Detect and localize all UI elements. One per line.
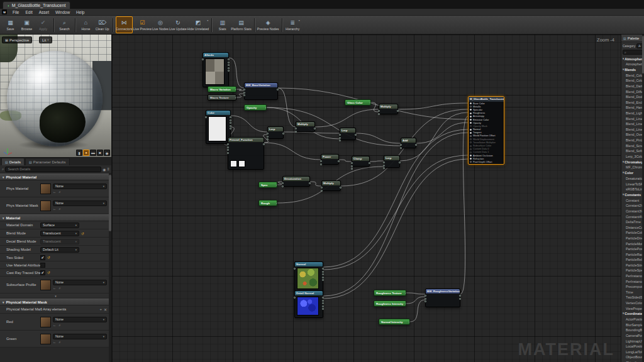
search-button[interactable]: ⌕Search: [57, 16, 72, 33]
asset-thumbnail[interactable]: [40, 200, 51, 211]
plane-shape-button[interactable]: ▬: [90, 150, 96, 156]
palette-item-particlepositionws[interactable]: ParticlePositionWS: [621, 246, 644, 252]
palette-item-lineartosrgb[interactable]: LinearToSRGB: [621, 181, 644, 187]
stats-button[interactable]: ▥Stats: [214, 16, 230, 33]
asset-select[interactable]: None▾: [53, 280, 107, 285]
palette-item-blend-pinlight[interactable]: Blend_PinLight: [621, 138, 644, 143]
live-update-button[interactable]: ↻Live Update: [169, 16, 187, 33]
mesh-shape-button[interactable]: ◆: [104, 150, 110, 156]
power-1-node[interactable]: Power: [321, 154, 339, 165]
opacity-node[interactable]: Opacity: [244, 104, 267, 111]
reset-to-default-icon[interactable]: ↺: [81, 231, 84, 236]
palette-category-blends[interactable]: ▾Blends: [621, 67, 644, 73]
use-selected-icon[interactable]: ←: [53, 323, 57, 327]
palette-item-precomputedaomask[interactable]: PrecomputedAOMask: [621, 284, 644, 290]
palette-item-desaturation[interactable]: Desaturation: [621, 176, 644, 182]
view-options-icon[interactable]: ≡: [107, 167, 109, 171]
add-element-icon[interactable]: +: [99, 307, 102, 311]
palette-item-lightmapuvs[interactable]: LightmapUVs: [621, 338, 644, 344]
document-tab[interactable]: ◐ M_GlassBottle_Translucent: [3, 1, 70, 9]
dropdown-shading-model[interactable]: Default Lit▾: [40, 247, 79, 253]
section-header-physical-material[interactable]: ▾Physical Material: [0, 173, 111, 180]
palette-item-particleradius[interactable]: ParticleRadius: [621, 251, 644, 257]
palette-item-blend-hardlight[interactable]: Blend_HardLight: [621, 105, 644, 111]
palette-item-actorpositionws[interactable]: ActorPositionWS: [621, 317, 644, 322]
eye-icon[interactable]: ◉: [103, 167, 106, 172]
tab-parameter-defaults[interactable]: ▤Parameter Defaults: [25, 158, 69, 165]
preview-nodes-button[interactable]: ◈Preview Nodes: [257, 16, 279, 33]
lit-mode-button[interactable]: Lit ▾: [39, 36, 52, 43]
bw-roughnessvariation-node[interactable]: BW_RoughnessVariation: [425, 288, 460, 307]
checkbox-two-sided[interactable]: ✔: [40, 255, 45, 260]
palette-item-blend-dodge[interactable]: Blend_Dodge: [621, 94, 644, 100]
tab-details[interactable]: ▤Details: [1, 158, 25, 165]
connectors-button[interactable]: ⋈Connectors: [116, 16, 133, 33]
use-selected-icon[interactable]: ←: [53, 286, 57, 290]
palette-item-time[interactable]: Time: [621, 290, 644, 295]
asset-select[interactable]: None▾: [53, 317, 107, 322]
dropdown-blend-mode[interactable]: Translucent▾: [40, 231, 79, 236]
clamp-1-node[interactable]: Clamp: [352, 156, 370, 167]
palette-item-objectbounds[interactable]: ObjectBounds: [621, 354, 644, 360]
add-1-node[interactable]: Add: [401, 138, 416, 148]
palette-item-blend-difference[interactable]: Blend_Difference: [621, 89, 644, 94]
material-output-node[interactable]: M_GlassBottle_TranslucentBase ColorMetal…: [468, 96, 504, 165]
dropdown-material-domain[interactable]: Surface▾: [40, 222, 79, 228]
palette-item-mf-chromakey[interactable]: MF_Chromakey: [621, 165, 644, 170]
hide-unrelated-button[interactable]: ◩Hide Unrelated▾: [187, 16, 209, 33]
palette-item-blend-softlight[interactable]: Blend_SoftLight: [621, 148, 644, 154]
asset-thumbnail[interactable]: [40, 280, 51, 290]
palette-item-blend-screen[interactable]: Blend_Screen: [621, 143, 644, 148]
palette-item-perinstancefadeamount[interactable]: PerInstanceFadeAmount: [621, 273, 644, 279]
glass-color-node[interactable]: Glass Color: [345, 99, 371, 106]
palette-item-atmosphericfogcolor[interactable]: AtmosphericFogColor: [621, 62, 644, 67]
browse-button[interactable]: ▣Browse: [19, 16, 35, 33]
palette-item-blend-colorburn[interactable]: Blend_ColorBurn: [621, 73, 644, 79]
reset-to-default-icon[interactable]: ↺: [47, 270, 50, 275]
desaturation-node[interactable]: Desaturation: [282, 176, 310, 187]
palette-item-blend-linearburn[interactable]: Blend_LinearBurn: [621, 116, 644, 121]
fresnel-function-node[interactable]: Fresnel_Function: [228, 137, 264, 170]
palette-item-longlattouv[interactable]: LongLatToUV: [621, 349, 644, 355]
material-input-pin-pixel-depth-offset[interactable]: Pixel Depth Offset: [469, 160, 504, 163]
perspective-button[interactable]: ⊞ Perspective: [2, 36, 32, 43]
palette-item-blend-colordodge[interactable]: Blend_ColorDodge: [621, 78, 644, 84]
cylinder-shape-button[interactable]: ▮: [76, 150, 82, 156]
palette-item-blursampleoffsets[interactable]: BlurSampleOffsets: [621, 322, 644, 328]
dropdown-decal-blend-mode[interactable]: Translucent▾: [40, 239, 79, 244]
multiply-1-node[interactable]: Multiply: [296, 121, 315, 132]
use-selected-icon[interactable]: ←: [53, 340, 57, 344]
checkbox-use-material-attributes[interactable]: [40, 263, 45, 268]
palette-item-deltatime[interactable]: DeltaTime: [621, 219, 644, 225]
palette-item-blend-lighten[interactable]: Blend_Lighten: [621, 111, 644, 116]
cube-node[interactable]: Cube: [206, 110, 231, 144]
palette-item-blend-overlay[interactable]: Blend_Overlay: [621, 132, 644, 138]
menu-help[interactable]: Help: [73, 10, 87, 14]
detail-normal-node[interactable]: Detail Normal: [294, 290, 323, 318]
palette-category-atmosphere[interactable]: ▾Atmosphere: [621, 56, 644, 62]
palette-item-particledirection[interactable]: ParticleDirection: [621, 236, 644, 241]
reset-to-default-icon[interactable]: ↺: [47, 255, 50, 260]
palette-item-particlecolor[interactable]: ParticleColor: [621, 230, 644, 236]
palette-item-constant[interactable]: Constant: [621, 197, 644, 203]
palette-item-viewproperty[interactable]: ViewProperty: [621, 305, 644, 311]
albedo-node[interactable]: Albedo: [203, 52, 229, 87]
roughness-texture-node[interactable]: Roughness Texture: [374, 290, 406, 296]
palette-search-box[interactable]: ⌕: [623, 50, 643, 55]
lerp-3-node[interactable]: Lerp: [384, 155, 400, 168]
roughness-intensity-node[interactable]: Roughness Intensity: [374, 300, 406, 307]
palette-item-blend-lineardodge[interactable]: Blend_LinearDodge: [621, 121, 644, 127]
asset-select[interactable]: None▾: [53, 184, 107, 189]
browse-to-asset-icon[interactable]: ⌕: [59, 340, 61, 344]
normal-node[interactable]: Normal: [294, 261, 323, 292]
tab-palette[interactable]: ▤ Palette: [621, 35, 644, 42]
menu-edit[interactable]: Edit: [22, 10, 35, 14]
details-scrollbar-thumb[interactable]: [109, 175, 111, 231]
palette-item-blend-darken[interactable]: Blend_Darken: [621, 84, 644, 89]
palette-item-particlespeed[interactable]: ParticleSpeed: [621, 268, 644, 273]
palette-item-perinstancerandom[interactable]: PerInstanceRandom: [621, 278, 644, 284]
browse-to-asset-icon[interactable]: ⌕: [59, 286, 61, 290]
palette-item-blend-linearlight[interactable]: Blend_LinearLight: [621, 127, 644, 133]
advanced-expander[interactable]: ▾: [0, 293, 111, 299]
asset-thumbnail[interactable]: [40, 334, 51, 344]
